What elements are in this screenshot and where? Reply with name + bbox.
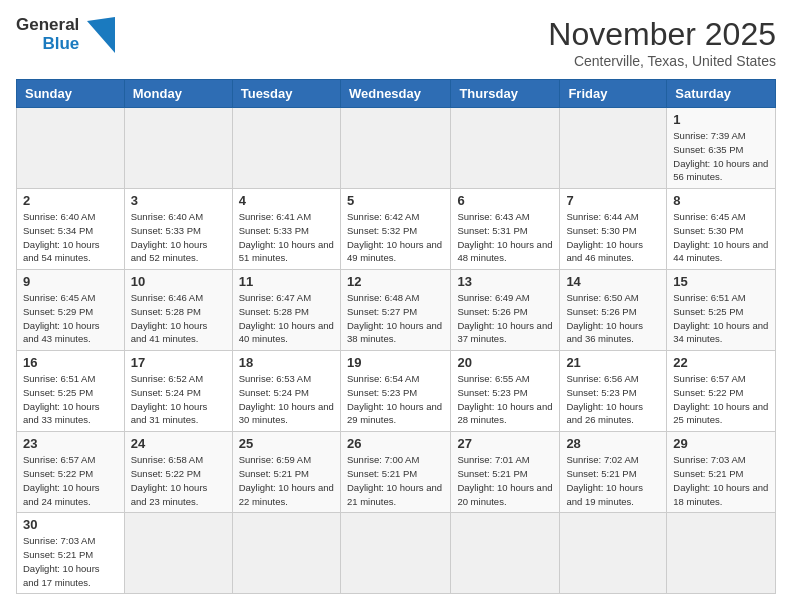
day-info: Sunrise: 6:44 AM Sunset: 5:30 PM Dayligh…: [566, 210, 660, 265]
day-number: 9: [23, 274, 118, 289]
calendar-cell: [451, 108, 560, 189]
calendar-cell: 28Sunrise: 7:02 AM Sunset: 5:21 PM Dayli…: [560, 432, 667, 513]
column-header-saturday: Saturday: [667, 80, 776, 108]
calendar-cell: 9Sunrise: 6:45 AM Sunset: 5:29 PM Daylig…: [17, 270, 125, 351]
day-info: Sunrise: 6:49 AM Sunset: 5:26 PM Dayligh…: [457, 291, 553, 346]
column-header-friday: Friday: [560, 80, 667, 108]
day-number: 1: [673, 112, 769, 127]
calendar-cell: 11Sunrise: 6:47 AM Sunset: 5:28 PM Dayli…: [232, 270, 340, 351]
day-number: 7: [566, 193, 660, 208]
day-number: 10: [131, 274, 226, 289]
day-info: Sunrise: 7:03 AM Sunset: 5:21 PM Dayligh…: [23, 534, 118, 589]
day-info: Sunrise: 6:57 AM Sunset: 5:22 PM Dayligh…: [23, 453, 118, 508]
day-info: Sunrise: 6:45 AM Sunset: 5:30 PM Dayligh…: [673, 210, 769, 265]
logo-icon: [87, 17, 115, 53]
calendar-cell: 21Sunrise: 6:56 AM Sunset: 5:23 PM Dayli…: [560, 351, 667, 432]
calendar-cell: 24Sunrise: 6:58 AM Sunset: 5:22 PM Dayli…: [124, 432, 232, 513]
calendar-week-row: 1Sunrise: 7:39 AM Sunset: 6:35 PM Daylig…: [17, 108, 776, 189]
day-number: 2: [23, 193, 118, 208]
calendar-cell: 19Sunrise: 6:54 AM Sunset: 5:23 PM Dayli…: [340, 351, 450, 432]
day-number: 4: [239, 193, 334, 208]
column-header-sunday: Sunday: [17, 80, 125, 108]
day-number: 23: [23, 436, 118, 451]
day-number: 29: [673, 436, 769, 451]
calendar-cell: 29Sunrise: 7:03 AM Sunset: 5:21 PM Dayli…: [667, 432, 776, 513]
calendar-cell: 4Sunrise: 6:41 AM Sunset: 5:33 PM Daylig…: [232, 189, 340, 270]
day-info: Sunrise: 6:55 AM Sunset: 5:23 PM Dayligh…: [457, 372, 553, 427]
calendar-cell: 16Sunrise: 6:51 AM Sunset: 5:25 PM Dayli…: [17, 351, 125, 432]
logo-text-blue: Blue: [42, 35, 79, 54]
svg-marker-0: [87, 17, 115, 53]
calendar-week-row: 16Sunrise: 6:51 AM Sunset: 5:25 PM Dayli…: [17, 351, 776, 432]
calendar-cell: 23Sunrise: 6:57 AM Sunset: 5:22 PM Dayli…: [17, 432, 125, 513]
day-number: 12: [347, 274, 444, 289]
day-number: 17: [131, 355, 226, 370]
calendar-week-row: 30Sunrise: 7:03 AM Sunset: 5:21 PM Dayli…: [17, 513, 776, 594]
day-number: 30: [23, 517, 118, 532]
calendar-cell: [124, 513, 232, 594]
calendar-cell: 26Sunrise: 7:00 AM Sunset: 5:21 PM Dayli…: [340, 432, 450, 513]
day-info: Sunrise: 6:59 AM Sunset: 5:21 PM Dayligh…: [239, 453, 334, 508]
calendar-header-row: SundayMondayTuesdayWednesdayThursdayFrid…: [17, 80, 776, 108]
calendar-cell: [232, 513, 340, 594]
day-number: 25: [239, 436, 334, 451]
calendar-cell: 2Sunrise: 6:40 AM Sunset: 5:34 PM Daylig…: [17, 189, 125, 270]
calendar-cell: [232, 108, 340, 189]
calendar-week-row: 9Sunrise: 6:45 AM Sunset: 5:29 PM Daylig…: [17, 270, 776, 351]
day-number: 5: [347, 193, 444, 208]
month-title: November 2025: [548, 16, 776, 53]
day-info: Sunrise: 6:50 AM Sunset: 5:26 PM Dayligh…: [566, 291, 660, 346]
day-number: 26: [347, 436, 444, 451]
day-info: Sunrise: 7:03 AM Sunset: 5:21 PM Dayligh…: [673, 453, 769, 508]
day-number: 18: [239, 355, 334, 370]
column-header-wednesday: Wednesday: [340, 80, 450, 108]
day-info: Sunrise: 7:00 AM Sunset: 5:21 PM Dayligh…: [347, 453, 444, 508]
calendar-cell: [340, 108, 450, 189]
page-header: General Blue November 2025 Centerville, …: [16, 16, 776, 69]
day-info: Sunrise: 6:43 AM Sunset: 5:31 PM Dayligh…: [457, 210, 553, 265]
day-number: 21: [566, 355, 660, 370]
calendar-week-row: 2Sunrise: 6:40 AM Sunset: 5:34 PM Daylig…: [17, 189, 776, 270]
calendar-cell: 10Sunrise: 6:46 AM Sunset: 5:28 PM Dayli…: [124, 270, 232, 351]
calendar-cell: 3Sunrise: 6:40 AM Sunset: 5:33 PM Daylig…: [124, 189, 232, 270]
calendar-cell: 20Sunrise: 6:55 AM Sunset: 5:23 PM Dayli…: [451, 351, 560, 432]
calendar-cell: [560, 108, 667, 189]
day-number: 24: [131, 436, 226, 451]
day-info: Sunrise: 6:40 AM Sunset: 5:34 PM Dayligh…: [23, 210, 118, 265]
day-info: Sunrise: 6:46 AM Sunset: 5:28 PM Dayligh…: [131, 291, 226, 346]
day-number: 16: [23, 355, 118, 370]
day-info: Sunrise: 6:40 AM Sunset: 5:33 PM Dayligh…: [131, 210, 226, 265]
day-info: Sunrise: 6:51 AM Sunset: 5:25 PM Dayligh…: [23, 372, 118, 427]
day-number: 8: [673, 193, 769, 208]
calendar-cell: 22Sunrise: 6:57 AM Sunset: 5:22 PM Dayli…: [667, 351, 776, 432]
day-number: 15: [673, 274, 769, 289]
calendar-cell: 1Sunrise: 7:39 AM Sunset: 6:35 PM Daylig…: [667, 108, 776, 189]
day-info: Sunrise: 7:01 AM Sunset: 5:21 PM Dayligh…: [457, 453, 553, 508]
day-number: 28: [566, 436, 660, 451]
calendar-cell: [124, 108, 232, 189]
day-number: 22: [673, 355, 769, 370]
logo: General Blue: [16, 16, 115, 53]
calendar-cell: [17, 108, 125, 189]
day-number: 6: [457, 193, 553, 208]
calendar-cell: 15Sunrise: 6:51 AM Sunset: 5:25 PM Dayli…: [667, 270, 776, 351]
calendar-cell: [560, 513, 667, 594]
day-info: Sunrise: 6:47 AM Sunset: 5:28 PM Dayligh…: [239, 291, 334, 346]
calendar-cell: 30Sunrise: 7:03 AM Sunset: 5:21 PM Dayli…: [17, 513, 125, 594]
calendar-cell: 6Sunrise: 6:43 AM Sunset: 5:31 PM Daylig…: [451, 189, 560, 270]
calendar-cell: 27Sunrise: 7:01 AM Sunset: 5:21 PM Dayli…: [451, 432, 560, 513]
calendar-cell: 14Sunrise: 6:50 AM Sunset: 5:26 PM Dayli…: [560, 270, 667, 351]
day-info: Sunrise: 6:54 AM Sunset: 5:23 PM Dayligh…: [347, 372, 444, 427]
calendar-week-row: 23Sunrise: 6:57 AM Sunset: 5:22 PM Dayli…: [17, 432, 776, 513]
day-info: Sunrise: 7:02 AM Sunset: 5:21 PM Dayligh…: [566, 453, 660, 508]
day-info: Sunrise: 6:53 AM Sunset: 5:24 PM Dayligh…: [239, 372, 334, 427]
calendar-cell: 13Sunrise: 6:49 AM Sunset: 5:26 PM Dayli…: [451, 270, 560, 351]
calendar-cell: 12Sunrise: 6:48 AM Sunset: 5:27 PM Dayli…: [340, 270, 450, 351]
day-number: 14: [566, 274, 660, 289]
calendar-cell: 17Sunrise: 6:52 AM Sunset: 5:24 PM Dayli…: [124, 351, 232, 432]
location-subtitle: Centerville, Texas, United States: [548, 53, 776, 69]
calendar-cell: 5Sunrise: 6:42 AM Sunset: 5:32 PM Daylig…: [340, 189, 450, 270]
day-info: Sunrise: 6:45 AM Sunset: 5:29 PM Dayligh…: [23, 291, 118, 346]
day-number: 27: [457, 436, 553, 451]
day-info: Sunrise: 6:58 AM Sunset: 5:22 PM Dayligh…: [131, 453, 226, 508]
